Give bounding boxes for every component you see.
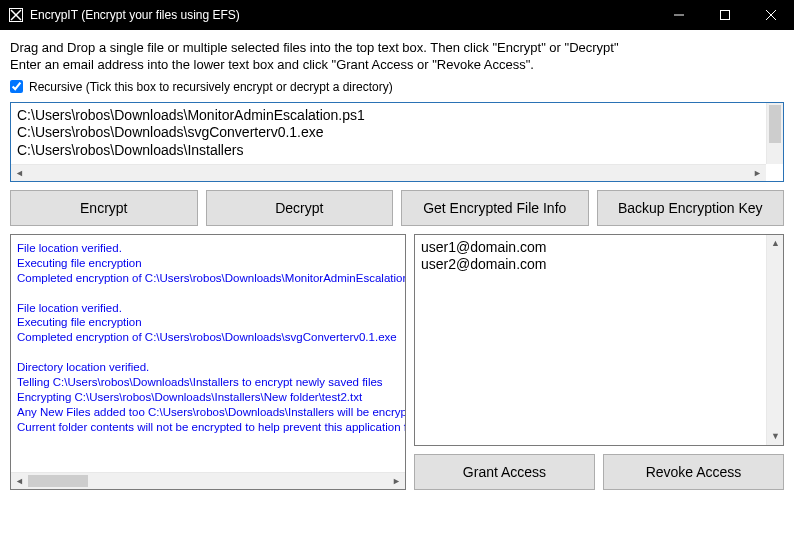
log-content: File location verified. Executing file e…	[11, 235, 405, 472]
scrollbar-thumb[interactable]	[769, 105, 781, 143]
scroll-left-icon[interactable]: ◄	[11, 165, 28, 182]
log-scrollbar-horizontal[interactable]: ◄ ►	[11, 472, 405, 489]
title-bar: EncrypIT (Encrypt your files using EFS)	[0, 0, 794, 30]
minimize-button[interactable]	[656, 0, 702, 30]
file-scrollbar-vertical[interactable]	[766, 103, 783, 164]
file-list-content[interactable]: C:\Users\robos\Downloads\MonitorAdminEsc…	[11, 103, 783, 164]
scroll-right-icon[interactable]: ►	[388, 473, 405, 490]
instructions-text: Drag and Drop a single file or multiple …	[10, 40, 784, 74]
grant-access-button[interactable]: Grant Access	[414, 454, 595, 490]
recursive-checkbox[interactable]	[10, 80, 23, 93]
file-drop-textbox[interactable]: C:\Users\robos\Downloads\MonitorAdminEsc…	[10, 102, 784, 182]
revoke-access-button[interactable]: Revoke Access	[603, 454, 784, 490]
maximize-button[interactable]	[702, 0, 748, 30]
get-info-button[interactable]: Get Encrypted File Info	[401, 190, 589, 226]
scroll-right-icon[interactable]: ►	[749, 165, 766, 182]
decrypt-button[interactable]: Decrypt	[206, 190, 394, 226]
close-button[interactable]	[748, 0, 794, 30]
scroll-left-icon[interactable]: ◄	[11, 473, 28, 490]
recursive-row[interactable]: Recursive (Tick this box to recursively …	[10, 80, 784, 94]
log-textbox[interactable]: File location verified. Executing file e…	[10, 234, 406, 490]
access-button-row: Grant Access Revoke Access	[414, 454, 784, 490]
action-button-row: Encrypt Decrypt Get Encrypted File Info …	[10, 190, 784, 226]
instructions-line2: Enter an email address into the lower te…	[10, 57, 534, 72]
encrypt-button[interactable]: Encrypt	[10, 190, 198, 226]
recursive-label: Recursive (Tick this box to recursively …	[29, 80, 393, 94]
scrollbar-thumb[interactable]	[28, 475, 88, 487]
scroll-down-icon[interactable]: ▼	[767, 428, 784, 445]
email-content[interactable]: user1@domain.com user2@domain.com	[415, 235, 783, 445]
scroll-up-icon[interactable]: ▲	[767, 235, 784, 252]
window-title: EncrypIT (Encrypt your files using EFS)	[30, 8, 656, 22]
svg-rect-4	[721, 11, 730, 20]
file-scrollbar-horizontal[interactable]: ◄ ►	[11, 164, 766, 181]
app-icon	[8, 7, 24, 23]
backup-key-button[interactable]: Backup Encryption Key	[597, 190, 785, 226]
email-textbox[interactable]: user1@domain.com user2@domain.com ▲ ▼	[414, 234, 784, 446]
email-scrollbar-vertical[interactable]: ▲ ▼	[766, 235, 783, 445]
instructions-line1: Drag and Drop a single file or multiple …	[10, 40, 619, 55]
